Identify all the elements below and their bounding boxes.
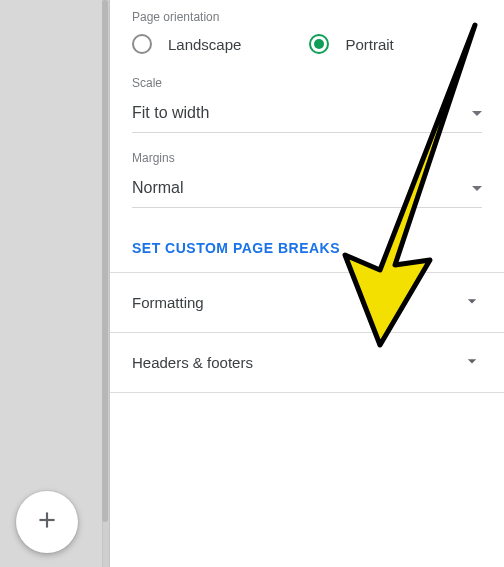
margins-value: Normal — [132, 179, 184, 197]
headers-footers-label: Headers & footers — [132, 354, 253, 371]
chevron-down-icon — [462, 291, 482, 314]
radio-off-icon — [132, 34, 152, 54]
formatting-label: Formatting — [132, 294, 204, 311]
headers-footers-accordion[interactable]: Headers & footers — [110, 333, 504, 393]
left-sidebar — [0, 0, 110, 567]
scrollbar-thumb[interactable] — [102, 0, 108, 522]
orientation-landscape-radio[interactable]: Landscape — [132, 34, 241, 54]
scale-value: Fit to width — [132, 104, 209, 122]
margins-dropdown[interactable]: Normal — [132, 175, 482, 208]
orientation-portrait-label: Portrait — [345, 36, 393, 53]
scale-label: Scale — [132, 76, 482, 90]
formatting-accordion[interactable]: Formatting — [110, 273, 504, 333]
orientation-landscape-label: Landscape — [168, 36, 241, 53]
dropdown-caret-icon — [472, 186, 482, 191]
chevron-down-icon — [462, 351, 482, 374]
scale-dropdown[interactable]: Fit to width — [132, 100, 482, 133]
print-settings-panel: Page orientation Landscape Portrait Scal… — [110, 0, 504, 567]
panel-divider — [102, 0, 110, 567]
radio-on-icon — [309, 34, 329, 54]
add-sheet-button[interactable] — [16, 491, 78, 553]
margins-label: Margins — [132, 151, 482, 165]
dropdown-caret-icon — [472, 111, 482, 116]
set-custom-page-breaks-link[interactable]: SET CUSTOM PAGE BREAKS — [110, 232, 504, 272]
orientation-portrait-radio[interactable]: Portrait — [309, 34, 393, 54]
orientation-label: Page orientation — [132, 10, 482, 24]
scrollbar[interactable] — [102, 0, 108, 540]
plus-icon — [34, 507, 60, 537]
